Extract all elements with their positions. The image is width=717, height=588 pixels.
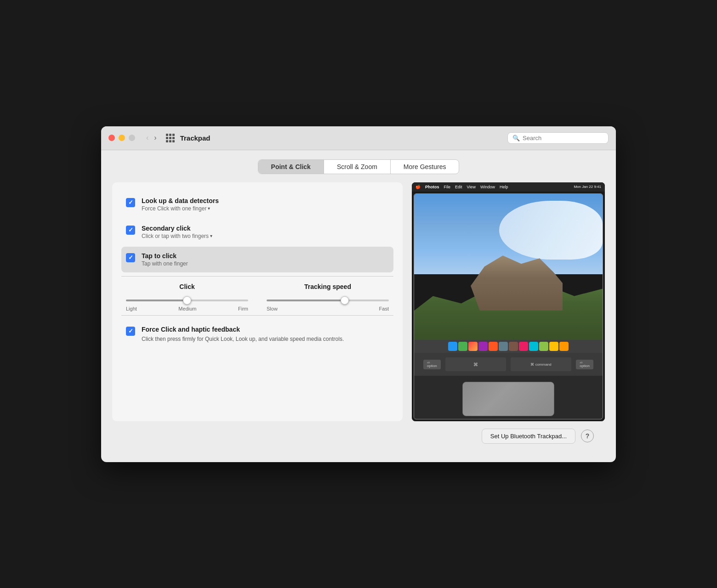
forward-button[interactable]: › [152,133,158,143]
tabs-container: Point & Click Scroll & Zoom More Gesture… [258,159,460,174]
tracking-slow-label: Slow [267,306,278,311]
dock-icon-1 [448,342,457,351]
dock-icon-3 [468,342,478,351]
force-click-title: Force Click and haptic feedback [142,326,344,333]
help-button[interactable]: ? [581,430,594,442]
finder-window: alt option ⌘ ⌘ command [414,193,603,419]
lookup-checkbox[interactable]: ✓ [126,198,135,207]
lookup-subtitle: Force Click with one finger ▾ [142,205,389,212]
bt-setup-button[interactable]: Set Up Bluetooth Trackpad... [482,429,575,444]
tracking-fast-label: Fast [379,306,389,311]
maximize-button[interactable] [129,135,135,141]
window-title: Trackpad [180,134,211,142]
traffic-lights [108,135,135,141]
tabs-row: Point & Click Scroll & Zoom More Gesture… [112,159,605,174]
trackpad-area [414,376,603,419]
keyboard-cmd-right: ⌘ command [511,357,571,371]
secondary-click-title: Secondary click [142,225,389,232]
force-click-checkbox[interactable]: ✓ [126,327,135,336]
landscape-photo [414,194,603,340]
main-window: ‹ › Trackpad 🔍 Point & Click Scroll & Zo… [101,126,616,462]
close-button[interactable] [108,135,115,141]
lookup-dropdown-arrow[interactable]: ▾ [208,206,210,211]
content-area: Point & Click Scroll & Zoom More Gesture… [101,150,616,462]
search-bar[interactable]: 🔍 [507,132,609,144]
back-button[interactable]: ‹ [144,133,150,143]
secondary-click-text: Secondary click Click or tap with two fi… [142,225,389,239]
search-icon: 🔍 [512,135,520,141]
keyboard-option-left: alt option [423,360,441,369]
dock-icon-2 [458,342,467,351]
tap-to-click-title: Tap to click [142,252,389,260]
lookup-item: ✓ Look up & data detectors Force Click w… [121,192,393,217]
dock-icon-10 [539,342,548,351]
secondary-click-item: ✓ Secondary click Click or tap with two … [121,219,393,245]
minimize-button[interactable] [119,135,125,141]
click-slider-group: Click Light Medium Firm [126,283,248,311]
tap-to-click-item: ✓ Tap to click Tap with one finger [121,247,393,272]
dock-icon-5 [489,342,498,351]
tracking-slider[interactable] [267,300,389,301]
force-click-desc: Click then press firmly for Quick Look, … [142,335,344,343]
trackpad-visual [462,382,554,416]
click-medium-label: Medium [178,306,196,311]
dock-icon-6 [499,342,508,351]
click-slider-labels: Light Medium Firm [126,306,248,311]
lookup-text: Look up & data detectors Force Click wit… [142,197,389,212]
tap-to-click-text: Tap to click Tap with one finger [142,252,389,267]
dock-icon-9 [529,342,538,351]
preview-panel: 🍎 Photos File Edit View Window Help Mon … [412,182,605,421]
main-panel: ✓ Look up & data detectors Force Click w… [112,182,605,421]
tab-more-gestures[interactable]: More Gestures [391,160,459,174]
keyboard-cmd-symbol-left: ⌘ [445,357,506,371]
force-click-section: ✓ Force Click and haptic feedback Click … [121,319,393,345]
sliders-section: Click Light Medium Firm Tracking speed [121,276,393,316]
keyboard-area: alt option ⌘ ⌘ command [414,353,603,376]
titlebar: ‹ › Trackpad 🔍 [101,126,616,150]
sliders-row: Click Light Medium Firm Tracking speed [126,283,389,311]
mac-desktop: alt option ⌘ ⌘ command [412,192,605,421]
bottom-bar: Set Up Bluetooth Trackpad... ? [112,421,605,451]
tracking-slider-labels: Slow Fast [267,306,389,311]
search-input[interactable] [523,135,603,141]
click-firm-label: Firm [238,306,248,311]
click-light-label: Light [126,306,137,311]
tap-to-click-subtitle: Tap with one finger [142,260,389,267]
tracking-slider-label: Tracking speed [267,283,389,290]
finder-content: alt option ⌘ ⌘ command [414,194,603,419]
tab-point-click[interactable]: Point & Click [258,160,324,174]
dock-icon-4 [478,342,488,351]
mac-menubar: 🍎 Photos File Edit View Window Help Mon … [412,182,605,192]
apps-grid-icon[interactable] [166,134,175,142]
tracking-slider-group: Tracking speed Slow Fast [267,283,389,311]
dock-icon-12 [559,342,569,351]
secondary-click-dropdown-arrow[interactable]: ▾ [210,233,212,238]
force-click-row: ✓ Force Click and haptic feedback Click … [126,326,389,343]
nav-arrows: ‹ › [144,133,159,143]
secondary-click-checkbox[interactable]: ✓ [126,226,135,235]
mac-screen: 🍎 Photos File Edit View Window Help Mon … [412,182,605,421]
lookup-title: Look up & data detectors [142,197,389,204]
secondary-click-subtitle: Click or tap with two fingers ▾ [142,233,389,239]
dock-icon-7 [509,342,518,351]
dock-icon-11 [549,342,558,351]
keyboard-option-right: alt option [576,360,593,369]
click-slider-label: Click [126,283,248,290]
mac-dock [414,340,603,353]
force-click-text: Force Click and haptic feedback Click th… [142,326,344,343]
dock-icon-8 [519,342,528,351]
settings-panel: ✓ Look up & data detectors Force Click w… [112,182,403,421]
tab-scroll-zoom[interactable]: Scroll & Zoom [324,160,391,174]
click-slider[interactable] [126,300,248,301]
preview-image: 🍎 Photos File Edit View Window Help Mon … [412,182,605,421]
tap-to-click-checkbox[interactable]: ✓ [126,253,135,262]
